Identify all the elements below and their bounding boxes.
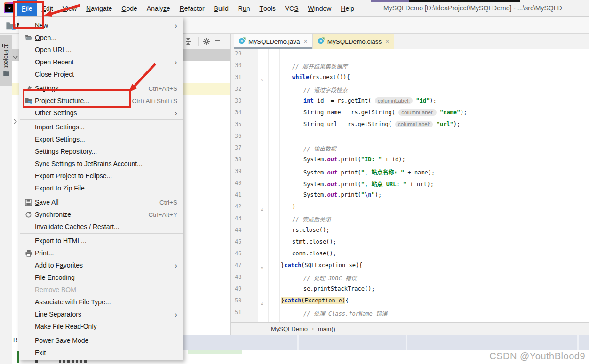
menu-item-open-url[interactable]: Open URL... xyxy=(19,44,183,56)
submenu-arrow-icon: › xyxy=(175,310,183,318)
menubar-item-code[interactable]: Code xyxy=(117,0,142,16)
panel-divider xyxy=(577,335,579,350)
menu-item-synchronize[interactable]: SynchronizeCtrl+Alt+Y xyxy=(19,208,183,221)
menubar-item-navigate[interactable]: Navigate xyxy=(81,0,117,16)
code-line-35: 35String url = rs.getString( columnLabel… xyxy=(231,121,589,133)
line-number: 41 xyxy=(231,191,258,198)
menubar-item-refactor[interactable]: Refactor xyxy=(175,0,209,16)
code-line-44: 44rs.close(); xyxy=(231,227,589,238)
parameter-hint: columnLabel: xyxy=(398,109,436,116)
menu-item-close-project[interactable]: Close Project xyxy=(19,68,183,80)
code-line-30: 30// 展开结果集数据库 xyxy=(231,62,589,74)
floppy-icon xyxy=(22,199,35,206)
fold-marker-icon[interactable]: ▿ xyxy=(259,262,265,274)
menubar-item-tools[interactable]: Tools xyxy=(255,0,280,16)
menu-item-invalidate-caches-restart[interactable]: Invalidate Caches / Restart... xyxy=(19,221,183,233)
code-token: int xyxy=(303,97,314,104)
code-token: ); xyxy=(454,121,460,127)
top-strip-purple xyxy=(371,0,409,2)
open-folder-icon[interactable] xyxy=(6,20,16,32)
close-icon[interactable]: × xyxy=(385,38,389,45)
hide-panel-icon[interactable] xyxy=(215,40,220,41)
menu-item-save-all[interactable]: Save AllCtrl+S xyxy=(19,196,183,208)
menu-item-open[interactable]: Open... xyxy=(19,32,183,44)
project-folder-icon xyxy=(3,69,9,78)
menu-item-label: Remove BOM xyxy=(35,286,183,293)
code-token: System. xyxy=(303,181,327,188)
menu-item-exit[interactable]: Exit xyxy=(19,347,183,359)
menu-item-project-structure[interactable]: Project Structure...Ctrl+Alt+Shift+S xyxy=(19,95,183,107)
menubar-item-file[interactable]: File xyxy=(17,0,37,16)
menu-item-sync-settings-to-jetbrains-account[interactable]: Sync Settings to JetBrains Account... xyxy=(19,158,183,170)
menu-item-associate-with-file-type[interactable]: Associate with File Type... xyxy=(19,296,183,308)
editor-tab-mysqldemo.class[interactable]: cMySQLDemo.class× xyxy=(313,34,395,49)
menu-shortcut: Ctrl+Alt+S xyxy=(148,85,183,92)
menu-item-line-separators[interactable]: Line Separators› xyxy=(19,308,183,320)
chevron-right-icon[interactable] xyxy=(14,118,17,126)
tab-label: MySQLDemo.java xyxy=(248,38,300,45)
fold-marker-icon[interactable]: ▿ xyxy=(259,74,265,86)
menu-item-open-recent[interactable]: Open Recent› xyxy=(19,56,183,68)
menubar-item-window[interactable]: Window xyxy=(303,0,336,16)
menubar-item-build[interactable]: Build xyxy=(209,0,233,16)
menu-item-file-encoding[interactable]: File Encoding xyxy=(19,271,183,284)
code-line-37: 37// 输出数据 xyxy=(231,144,589,156)
fold-marker-icon[interactable]: ▵ xyxy=(259,297,265,309)
menu-item-export-project-to-eclipse[interactable]: Export Project to Eclipse... xyxy=(19,170,183,182)
menu-item-print[interactable]: Print... xyxy=(19,247,183,259)
editor-tab-mysqldemo.java[interactable]: cMySQLDemo.java× xyxy=(234,34,313,49)
java-class-icon: c xyxy=(318,37,325,46)
menu-item-label: Project Structure... xyxy=(35,97,132,104)
code-editor[interactable]: 2930// 展开结果集数据库31▿while(rs.next()){32// … xyxy=(231,49,589,322)
breadcrumb-item[interactable]: MySQLDemo xyxy=(271,325,308,332)
code-token: conn xyxy=(292,250,306,257)
close-icon[interactable]: × xyxy=(304,38,308,45)
code-token: // 通过字段检索 xyxy=(303,87,348,94)
menu-item-make-file-read-only[interactable]: Make File Read-Only xyxy=(19,320,183,332)
menu-item-settings[interactable]: Settings...Ctrl+Alt+S xyxy=(19,82,183,95)
file-menu-popup: New›Open...Open URL...Open Recent›Close … xyxy=(19,17,183,360)
code-text: String url = rs.getString( columnLabel: … xyxy=(258,121,460,127)
editor-tab-bar: cMySQLDemo.java×cMySQLDemo.class× xyxy=(231,34,589,49)
menu-item-export-settings[interactable]: Export Settings... xyxy=(19,133,183,145)
menubar-item-vcs[interactable]: VCS xyxy=(280,0,303,16)
project-tab-label: 1: Project xyxy=(3,44,9,68)
menu-item-add-to-favorites[interactable]: Add to Favorites› xyxy=(19,259,183,271)
fold-marker-icon[interactable]: ▵ xyxy=(259,203,265,215)
code-token: rs.close(); xyxy=(292,227,329,233)
printer-icon xyxy=(22,250,35,257)
code-token: se.printStackTrace(); xyxy=(303,285,375,292)
window-title: MySQLDemo [D:\IdeaProject\MySQLDemo] - .… xyxy=(383,4,589,12)
breadcrumb-item[interactable]: main() xyxy=(318,325,335,332)
menu-item-export-to-html[interactable]: Export to HTML... xyxy=(19,235,183,247)
line-number: 39 xyxy=(231,168,258,174)
gear-icon[interactable] xyxy=(203,38,210,47)
menubar-item-analyze[interactable]: Analyze xyxy=(142,0,175,16)
menu-separator xyxy=(20,233,183,234)
menu-item-import-settings[interactable]: Import Settings... xyxy=(19,121,183,133)
code-token: } xyxy=(292,203,295,210)
menu-item-label: Power Save Mode xyxy=(35,337,183,344)
menu-item-label: Make File Read-Only xyxy=(35,323,183,330)
code-line-45: 45stmt.close(); xyxy=(231,238,589,250)
breadcrumb-separator-icon: › xyxy=(312,325,314,332)
parameter-hint: columnLabel: xyxy=(395,121,433,127)
code-token: out xyxy=(327,181,338,188)
menubar-item-run[interactable]: Run xyxy=(233,0,255,16)
sidebar-item-project[interactable]: 1: Project xyxy=(0,35,12,86)
collapse-all-icon[interactable] xyxy=(184,38,192,47)
code-token: System. xyxy=(303,169,327,176)
menu-item-export-to-zip-file[interactable]: Export to Zip File... xyxy=(19,182,183,194)
menubar-item-view[interactable]: View xyxy=(58,0,81,16)
menubar-item-help[interactable]: Help xyxy=(336,0,359,16)
menu-item-label: File Encoding xyxy=(35,274,183,281)
code-text: // 完成后关闭 xyxy=(258,215,331,223)
menu-item-new[interactable]: New› xyxy=(19,19,183,32)
menubar-item-edit[interactable]: Edit xyxy=(37,0,58,16)
code-token: catch xyxy=(284,297,301,304)
menu-item-power-save-mode[interactable]: Power Save Mode xyxy=(19,334,183,347)
menu-item-settings-repository[interactable]: Settings Repository... xyxy=(19,145,183,158)
menu-item-other-settings[interactable]: Other Settings› xyxy=(19,107,183,119)
menu-separator xyxy=(20,81,183,81)
chevron-down-icon[interactable] xyxy=(13,53,18,61)
